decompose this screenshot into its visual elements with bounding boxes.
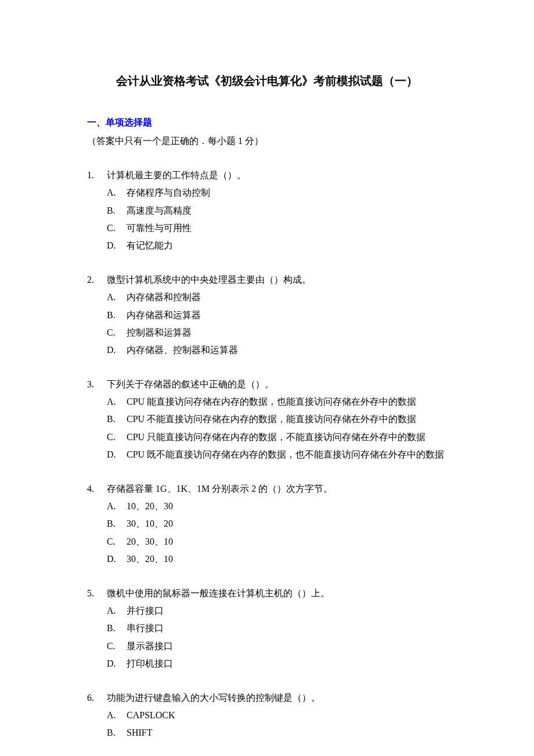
question-stem: 1. 计算机最主要的工作特点是（）。 (87, 167, 447, 184)
option-text: 20、30、10 (127, 533, 173, 550)
question: 2. 微型计算机系统中的中央处理器主要由（）构成。 A.内存储器和控制器 B.内… (87, 271, 447, 359)
option-text: 打印机接口 (127, 655, 173, 672)
option: B.内存储器和运算器 (107, 307, 447, 324)
option-text: 30、10、20 (127, 515, 173, 532)
option-letter: B. (107, 515, 127, 532)
question-text: 功能为进行键盘输入的大小写转换的控制键是（）。 (107, 689, 320, 707)
option-text: 10、20、30 (127, 498, 173, 515)
options: A.存储程序与自动控制 B.高速度与高精度 C.可靠性与可用性 D.有记忆能力 (87, 184, 447, 255)
question: 6. 功能为进行键盘输入的大小写转换的控制键是（）。 A.CAPSLOCK B.… (87, 689, 447, 742)
option-text: CPU 既不能直接访问存储在内存的数据，也不能直接访问存储在外存中的数据 (127, 446, 444, 463)
option-letter: D. (107, 550, 127, 568)
question-stem: 5. 微机中使用的鼠标器一般连接在计算机主机的（）上。 (87, 585, 447, 602)
option: D.有记忆能力 (107, 237, 447, 254)
option-letter: B. (107, 307, 127, 324)
option: C.可靠性与可用性 (107, 219, 447, 237)
question-stem: 6. 功能为进行键盘输入的大小写转换的控制键是（）。 (87, 689, 447, 707)
options: A.CPU 能直接访问存储在内存的数据，也能直接访问存储在外存中的数据 B.CP… (87, 393, 447, 464)
option: A.10、20、30 (107, 498, 447, 515)
option-text: 控制器和运算器 (127, 324, 192, 341)
question-text: 微型计算机系统中的中央处理器主要由（）构成。 (107, 271, 311, 289)
options: A.并行接口 B.串行接口 C.显示器接口 D.打印机接口 (87, 602, 447, 673)
option: B.CPU 不能直接访问存储在内存的数据，能直接访问存储在外存中的数据 (107, 411, 447, 428)
option: B.30、10、20 (107, 515, 447, 532)
option: A.存储程序与自动控制 (107, 184, 447, 201)
option-letter: C. (107, 638, 127, 655)
question-number: 2. (87, 271, 107, 289)
option: B.串行接口 (107, 620, 447, 637)
option-text: 内存储器和运算器 (127, 307, 201, 324)
option-letter: A. (107, 393, 127, 411)
option-letter: B. (107, 411, 127, 428)
question-number: 6. (87, 689, 107, 707)
option: A.并行接口 (107, 602, 447, 620)
question-stem: 3. 下列关于存储器的叙述中正确的是（）。 (87, 376, 447, 393)
question-text: 下列关于存储器的叙述中正确的是（）。 (107, 376, 274, 393)
option-text: 可靠性与可用性 (127, 219, 192, 237)
question: 1. 计算机最主要的工作特点是（）。 A.存储程序与自动控制 B.高速度与高精度… (87, 167, 447, 255)
question-number: 5. (87, 585, 107, 602)
question: 5. 微机中使用的鼠标器一般连接在计算机主机的（）上。 A.并行接口 B.串行接… (87, 585, 447, 673)
option-text: 内存储器、控制器和运算器 (127, 341, 238, 359)
option-text: CPU 能直接访问存储在内存的数据，也能直接访问存储在外存中的数据 (127, 393, 416, 411)
option-letter: D. (107, 446, 127, 463)
option: A.CAPSLOCK (107, 707, 447, 724)
option-text: CPU 不能直接访问存储在内存的数据，能直接访问存储在外存中的数据 (127, 411, 416, 428)
option-letter: A. (107, 602, 127, 620)
question-stem: 4. 存储器容量 1G、1K、1M 分别表示 2 的（）次方字节。 (87, 480, 447, 498)
option: D.内存储器、控制器和运算器 (107, 341, 447, 359)
option: B.高速度与高精度 (107, 202, 447, 219)
option-text: SHIFT (127, 724, 152, 741)
option: C.CPU 只能直接访问存储在内存的数据，不能直接访问存储在外存中的数据 (107, 429, 447, 446)
options: A.10、20、30 B.30、10、20 C.20、30、10 D.30、20… (87, 498, 447, 568)
option-text: 高速度与高精度 (127, 202, 192, 219)
section-note: （答案中只有一个是正确的．每小题 1 分） (87, 132, 447, 150)
question-text: 计算机最主要的工作特点是（）。 (107, 167, 246, 184)
option-letter: C. (107, 324, 127, 341)
option-letter: C. (107, 533, 127, 550)
question-text: 存储器容量 1G、1K、1M 分别表示 2 的（）次方字节。 (107, 480, 333, 498)
option-letter: B. (107, 202, 127, 219)
option-text: 30、20、10 (127, 550, 173, 568)
option-text: 并行接口 (127, 602, 164, 620)
option-letter: A. (107, 289, 127, 306)
option-text: 串行接口 (127, 620, 164, 637)
option: A.内存储器和控制器 (107, 289, 447, 306)
option-letter: D. (107, 237, 127, 254)
option: D.30、20、10 (107, 550, 447, 568)
option-text: 显示器接口 (127, 638, 173, 655)
question-number: 3. (87, 376, 107, 393)
option: C.20、30、10 (107, 533, 447, 550)
question: 3. 下列关于存储器的叙述中正确的是（）。 A.CPU 能直接访问存储在内存的数… (87, 376, 447, 464)
option-letter: C. (107, 429, 127, 446)
option-text: 有记忆能力 (127, 237, 173, 254)
question-text: 微机中使用的鼠标器一般连接在计算机主机的（）上。 (107, 585, 330, 602)
option-text: 存储程序与自动控制 (127, 184, 210, 201)
options: A.内存储器和控制器 B.内存储器和运算器 C.控制器和运算器 D.内存储器、控… (87, 289, 447, 359)
option-text: CAPSLOCK (127, 707, 175, 724)
option-text: 内存储器和控制器 (127, 289, 201, 306)
option-text: CPU 只能直接访问存储在内存的数据，不能直接访问存储在外存中的数据 (127, 429, 425, 446)
option-letter: C. (107, 219, 127, 237)
question: 4. 存储器容量 1G、1K、1M 分别表示 2 的（）次方字节。 A.10、2… (87, 480, 447, 568)
exam-title: 会计从业资格考试《初级会计电算化》考前模拟试题（一） (87, 70, 447, 92)
option-letter: B. (107, 724, 127, 741)
option: C.显示器接口 (107, 638, 447, 655)
option-letter: A. (107, 707, 127, 724)
option: D.打印机接口 (107, 655, 447, 672)
option-letter: D. (107, 341, 127, 359)
option: B.SHIFT (107, 724, 447, 741)
option: C.控制器和运算器 (107, 324, 447, 341)
questions-container: 1. 计算机最主要的工作特点是（）。 A.存储程序与自动控制 B.高速度与高精度… (87, 167, 447, 742)
question-number: 4. (87, 480, 107, 498)
option-letter: B. (107, 620, 127, 637)
option-letter: A. (107, 184, 127, 201)
options: A.CAPSLOCK B.SHIFT (87, 707, 447, 742)
option: D.CPU 既不能直接访问存储在内存的数据，也不能直接访问存储在外存中的数据 (107, 446, 447, 463)
option-letter: A. (107, 498, 127, 515)
option: A.CPU 能直接访问存储在内存的数据，也能直接访问存储在外存中的数据 (107, 393, 447, 411)
question-number: 1. (87, 167, 107, 184)
option-letter: D. (107, 655, 127, 672)
section-header: 一、单项选择题 (87, 114, 447, 131)
question-stem: 2. 微型计算机系统中的中央处理器主要由（）构成。 (87, 271, 447, 289)
